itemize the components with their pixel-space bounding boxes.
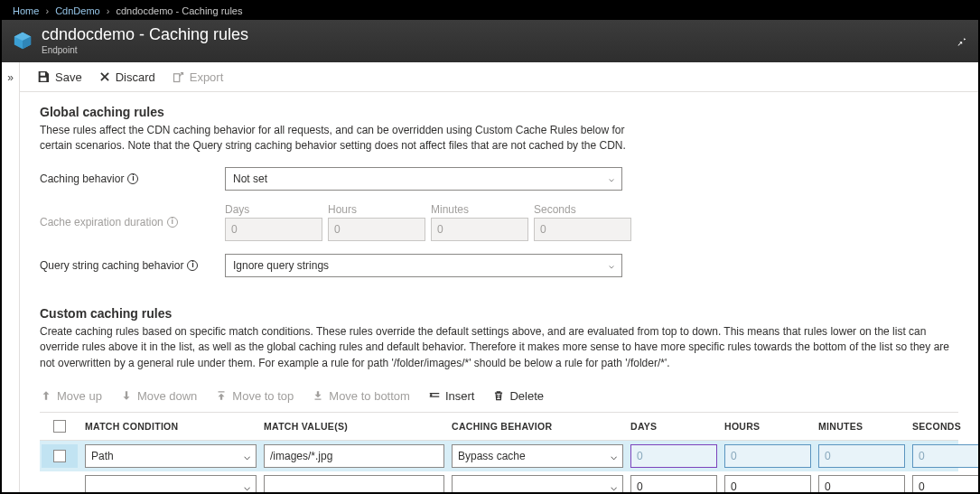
chevron-right-icon: › — [107, 5, 110, 16]
match-condition-select[interactable]: Path ⌵ — [85, 444, 257, 468]
breadcrumb-profile[interactable]: CdnDemo — [55, 5, 100, 16]
page-subtitle: Endpoint — [42, 45, 248, 55]
export-button[interactable]: Export — [172, 70, 224, 84]
seconds-input — [534, 218, 631, 241]
page-title: cdndocdemo - Caching rules — [42, 25, 248, 44]
caching-behavior-select[interactable]: Not set ⌵ — [225, 167, 622, 191]
move-top-button[interactable]: Move to top — [215, 389, 294, 403]
chevron-down-icon: ⌵ — [244, 480, 250, 493]
col-value: MATCH VALUE(S) — [264, 421, 444, 432]
chevron-right-icon: » — [7, 71, 14, 84]
row-minutes-input[interactable]: 0 — [818, 475, 905, 494]
chevron-down-icon: ⌵ — [609, 260, 614, 270]
row-seconds-input: 0 — [912, 444, 978, 468]
table-row[interactable]: Path ⌵ /images/*.jpg Bypass cache ⌵ 0 0 … — [40, 441, 958, 471]
info-icon[interactable]: i — [127, 173, 138, 184]
row-seconds-input[interactable]: 0 — [912, 475, 978, 494]
rules-toolbar: Move up Move down Move to top Move to bo… — [40, 384, 958, 412]
row-minutes-input: 0 — [818, 444, 905, 468]
save-button[interactable]: Save — [36, 70, 82, 84]
info-icon[interactable]: i — [167, 217, 178, 228]
table-row[interactable]: ⌵ ⌵ 0 0 0 0 — [40, 471, 958, 494]
col-seconds: SECONDS — [912, 421, 978, 432]
minutes-input — [431, 218, 528, 241]
command-bar: Save Discard Export — [20, 62, 978, 92]
row-days-input[interactable]: 0 — [630, 475, 717, 494]
caching-behavior-label: Caching behavior i — [40, 172, 225, 185]
match-condition-select[interactable]: ⌵ — [85, 475, 257, 494]
chevron-right-icon: › — [45, 5, 49, 16]
col-days: DAYS — [630, 421, 717, 432]
breadcrumb: Home › CdnDemo › cdndocdemo - Caching ru… — [2, 2, 978, 20]
global-description: These rules affect the CDN caching behav… — [40, 123, 654, 154]
insert-button[interactable]: Insert — [428, 389, 475, 403]
move-up-button[interactable]: Move up — [40, 389, 102, 403]
row-caching-behavior-select[interactable]: Bypass cache ⌵ — [452, 444, 623, 468]
hours-input — [328, 218, 425, 241]
cache-duration-label: Cache expiration duration i — [40, 216, 225, 228]
days-input — [225, 218, 322, 241]
move-bottom-button[interactable]: Move to bottom — [312, 389, 410, 403]
collapse-rail[interactable]: » — [2, 62, 20, 494]
info-icon[interactable]: i — [187, 260, 198, 271]
custom-description: Create caching rules based on specific m… — [40, 324, 958, 371]
table-header: MATCH CONDITION MATCH VALUE(S) CACHING B… — [40, 412, 958, 441]
breadcrumb-home[interactable]: Home — [13, 5, 39, 16]
match-value-input[interactable] — [264, 475, 444, 494]
discard-label: Discard — [116, 70, 155, 84]
chevron-down-icon: ⌵ — [609, 173, 614, 183]
row-checkbox[interactable] — [53, 450, 66, 462]
global-caching-section: Global caching rules These rules affect … — [20, 92, 978, 294]
move-down-button[interactable]: Move down — [120, 389, 197, 403]
col-match: MATCH CONDITION — [85, 421, 257, 432]
export-label: Export — [190, 70, 224, 84]
custom-heading: Custom caching rules — [40, 306, 958, 321]
svg-rect-3 — [173, 73, 179, 81]
row-caching-behavior-select[interactable]: ⌵ — [452, 475, 623, 494]
breadcrumb-current: cdndocdemo - Caching rules — [116, 5, 242, 16]
endpoint-icon — [13, 31, 33, 51]
row-days-input: 0 — [630, 444, 717, 468]
chevron-down-icon: ⌵ — [611, 450, 617, 462]
custom-caching-section: Custom caching rules Create caching rule… — [20, 294, 978, 494]
col-minutes: MINUTES — [818, 421, 905, 432]
hours-label: Hours — [328, 203, 425, 216]
row-hours-input: 0 — [724, 444, 811, 468]
rules-table: MATCH CONDITION MATCH VALUE(S) CACHING B… — [40, 412, 958, 494]
row-hours-input[interactable]: 0 — [724, 475, 811, 494]
pin-icon[interactable] — [955, 34, 967, 47]
discard-button[interactable]: Discard — [98, 70, 155, 84]
blade-header: cdndocdemo - Caching rules Endpoint — [2, 20, 978, 62]
global-heading: Global caching rules — [40, 105, 958, 119]
select-all-checkbox[interactable] — [53, 420, 66, 433]
query-caching-label: Query string caching behavior i — [40, 259, 225, 272]
delete-button[interactable]: Delete — [492, 389, 544, 403]
caching-behavior-value: Not set — [233, 172, 267, 185]
days-label: Days — [225, 203, 322, 216]
match-value-input[interactable]: /images/*.jpg — [264, 444, 444, 468]
minutes-label: Minutes — [431, 203, 528, 216]
col-behavior: CACHING BEHAVIOR — [452, 421, 623, 432]
chevron-down-icon: ⌵ — [611, 480, 617, 493]
chevron-down-icon: ⌵ — [244, 450, 250, 462]
query-caching-value: Ignore query strings — [233, 259, 329, 272]
col-hours: HOURS — [724, 421, 811, 432]
query-caching-select[interactable]: Ignore query strings ⌵ — [225, 254, 622, 277]
save-label: Save — [55, 70, 82, 84]
seconds-label: Seconds — [534, 203, 631, 216]
